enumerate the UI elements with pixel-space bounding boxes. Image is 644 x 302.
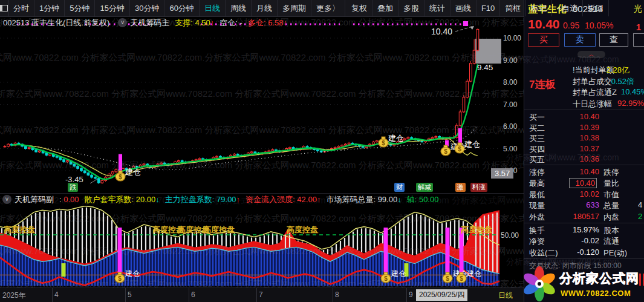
trade-button-卖[interactable]: 卖 bbox=[564, 33, 596, 47]
watermark-text: 分析家公式网www.70822.com 分析家公式网www.70822.com … bbox=[0, 246, 524, 257]
panel-divider bbox=[524, 223, 644, 223]
svg-text:$: $ bbox=[382, 140, 385, 146]
trade-button-买[interactable]: 买 bbox=[528, 33, 559, 47]
sub-chart-header: ˅ 天机筹码副 : 0.00散户套牢系数: 20.00↓主力控盘系数: 79.0… bbox=[0, 193, 524, 205]
date-tick: 9 bbox=[409, 291, 413, 299]
toolbar-action-画线[interactable]: 画线 bbox=[450, 0, 476, 16]
date-tick: 7 bbox=[259, 291, 263, 299]
date-tick: 6 bbox=[191, 291, 195, 299]
corner-text: 光 bbox=[634, 4, 642, 15]
indicator-value: 市场筹码总量: 99.00↓ bbox=[326, 195, 401, 204]
event-tag-解减: 解减 bbox=[416, 183, 433, 192]
date-separator bbox=[52, 288, 53, 302]
bid-label: 买二 bbox=[529, 123, 545, 134]
detail-label: 换手 bbox=[529, 225, 545, 236]
sub-indicator-values: : 0.00散户套牢系数: 20.00↓主力控盘系数: 79.00↑资金流入强度… bbox=[59, 194, 444, 205]
toolbar-action-简框[interactable]: 简框 bbox=[500, 0, 526, 16]
toolbar-period-60分钟[interactable]: 60分钟 bbox=[164, 0, 199, 16]
toolbar-period-30分钟[interactable]: 30分钟 bbox=[130, 0, 164, 16]
indicator-value: 支撑: 4.50↑ bbox=[175, 18, 214, 27]
chevron-down-icon[interactable]: ˅ bbox=[2, 195, 11, 204]
chevron-down-icon[interactable]: ˅ bbox=[118, 18, 127, 27]
toolbar-period-日线[interactable]: 日线 bbox=[200, 0, 226, 16]
toolbar-action-叠加[interactable]: 叠加 bbox=[372, 0, 398, 16]
window-icon[interactable] bbox=[0, 0, 8, 16]
date-separator bbox=[406, 288, 407, 302]
svg-text:建仓: 建仓 bbox=[388, 134, 404, 143]
date-tick: 2025年 bbox=[2, 291, 26, 301]
svg-text:建仓: 建仓 bbox=[450, 142, 466, 151]
panel-edge-marks bbox=[639, 274, 644, 286]
watermark-text: 分析家公式网www.70822.com 分析家公式网www.70822.com … bbox=[0, 125, 524, 136]
toolbar-action-复权[interactable]: 复权 bbox=[346, 0, 372, 16]
svg-text:$: $ bbox=[119, 174, 122, 180]
brand-url: WWW.70822.COM bbox=[561, 289, 631, 298]
watermark-text: 分析家公式网www.70822.com 分析家公式网www.70822.com … bbox=[0, 160, 524, 171]
brand-name: 分析家公式网 bbox=[559, 270, 639, 287]
toolbar-period-周线[interactable]: 周线 bbox=[226, 0, 252, 16]
svg-text:$: $ bbox=[384, 275, 388, 282]
svg-text:建仓: 建仓 bbox=[391, 269, 406, 278]
detail-label-right: 市值 bbox=[603, 189, 619, 200]
toolbar-period-1分钟[interactable]: 1分钟 bbox=[34, 0, 65, 16]
trade-button-查[interactable]: 查 bbox=[599, 33, 628, 47]
toolbar-period-分时[interactable]: 分时 bbox=[8, 0, 34, 16]
sub-axis-label: 50.00 bbox=[501, 231, 519, 240]
date-separator bbox=[256, 288, 257, 302]
toolbar-action-+自选[interactable]: +自选 bbox=[552, 0, 583, 16]
main-indicator-values: 支撑: 4.50↑空仓: -多仓: 6.58↑ bbox=[175, 18, 293, 28]
price-axis-label: 7.00 bbox=[503, 100, 517, 109]
svg-text:建仓: 建仓 bbox=[464, 140, 480, 149]
watermark-text: 分析家公式网www.70822.com 分析家公式网www.70822.com … bbox=[0, 213, 524, 225]
detail-value: -0.120 bbox=[551, 248, 599, 257]
indicator-value: 多仓: 6.58↑ bbox=[248, 18, 287, 27]
svg-text:高度控盘: 高度控盘 bbox=[461, 225, 492, 234]
toolbar-action-统计[interactable]: 统计 bbox=[424, 0, 450, 16]
detail-value: 10.40 bbox=[569, 178, 597, 188]
toolbar-action-返回[interactable]: 返回 bbox=[583, 0, 609, 16]
detail-label: 涨停 bbox=[529, 167, 545, 178]
toolbar-period-更多〉[interactable]: 更多〉 bbox=[311, 0, 345, 16]
date-separator bbox=[125, 288, 126, 302]
chart-title: 002513 蓝丰生化(日线.前复权) bbox=[3, 18, 109, 28]
watermark-text: 分析家公式网www.70822.com bbox=[506, 153, 619, 163]
svg-text:建仓: 建仓 bbox=[125, 269, 140, 278]
toolbar-period-多周期[interactable]: 多周期 bbox=[278, 0, 311, 16]
price-change: 0.95 bbox=[563, 21, 579, 30]
date-axis[interactable]: 2025年4567892025/09/25/四日线 bbox=[0, 287, 524, 302]
svg-text:高度控盘: 高度控盘 bbox=[178, 225, 209, 234]
svg-text:10.40: 10.40 bbox=[431, 27, 452, 36]
price-axis-label: 6.00 bbox=[503, 122, 517, 131]
price-axis-label: 5.00 bbox=[503, 145, 517, 153]
quote-panel: 蓝丰生化 002513 光 1 10.40 0.95 10.05% 买卖查 ︿ … bbox=[524, 0, 644, 302]
toolbar-action-F10[interactable]: F10 bbox=[476, 0, 500, 16]
detail-label-right: 流通 bbox=[603, 236, 619, 247]
brand-flower-logo bbox=[519, 265, 559, 302]
toolbar-action-标记[interactable]: 标记 bbox=[526, 0, 552, 16]
trade-button-extra[interactable] bbox=[633, 33, 644, 47]
svg-text:$: $ bbox=[458, 146, 461, 153]
event-tag-激: 激 bbox=[455, 183, 466, 192]
detail-label: 最高 bbox=[529, 178, 545, 189]
svg-text:$: $ bbox=[446, 275, 449, 282]
stat-value: 10.45% bbox=[599, 87, 644, 96]
axis-period-label: 日线 bbox=[498, 291, 513, 301]
toolbar-actions: 复权叠加多股统计画线F10简框标记+自选返回 bbox=[346, 0, 609, 16]
toolbar-period-15分钟[interactable]: 15分钟 bbox=[95, 0, 129, 16]
svg-text:9.45: 9.45 bbox=[477, 63, 493, 72]
toolbar-period-5分钟[interactable]: 5分钟 bbox=[65, 0, 95, 16]
price-axis-label: 8.00 bbox=[503, 78, 517, 87]
date-tick: 4 bbox=[54, 291, 59, 299]
bid-label: 买三 bbox=[529, 133, 545, 144]
date-highlight: 2025/09/25/四 bbox=[416, 289, 467, 301]
svg-text:建仓: 建仓 bbox=[466, 269, 481, 278]
panel-divider bbox=[524, 165, 644, 165]
toolbar-period-月线[interactable]: 月线 bbox=[252, 0, 278, 16]
axis-price-marker: 3.57 bbox=[491, 168, 513, 179]
toolbar-periods: 分时1分钟5分钟15分钟30分钟60分钟日线周线月线多周期更多〉 bbox=[8, 0, 345, 16]
toolbar-action-多股[interactable]: 多股 bbox=[398, 0, 424, 16]
svg-text:高度控盘: 高度控盘 bbox=[4, 225, 35, 234]
svg-text:建仓: 建仓 bbox=[452, 269, 467, 278]
indicator-value: 主力控盘系数: 79.00↑ bbox=[165, 195, 240, 204]
last-price: 10.40 bbox=[528, 17, 560, 31]
